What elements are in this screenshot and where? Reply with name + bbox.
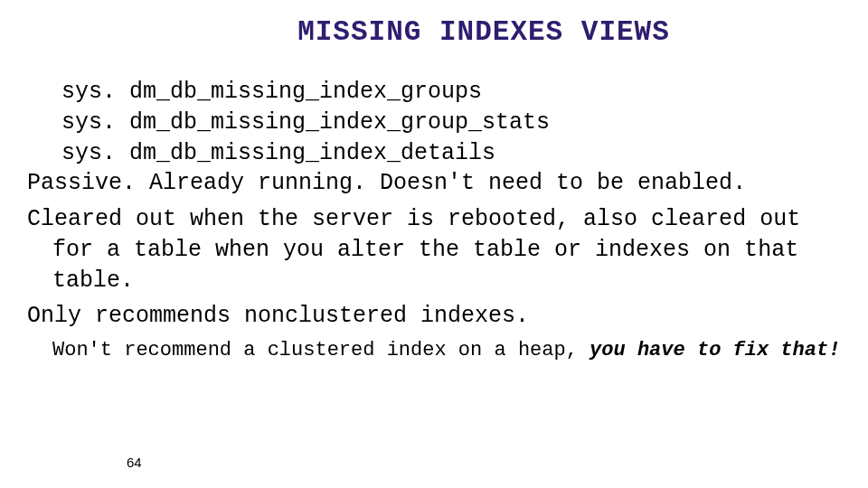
slide-content: sys. dm_db_missing_index_groups sys. dm_… (0, 48, 868, 364)
slide-title: MISSING INDEXES VIEWS (0, 0, 868, 48)
view-name-3: sys. dm_db_missing_index_details (27, 138, 841, 169)
bullet-recommends: Only recommends nonclustered indexes. (27, 301, 841, 332)
view-name-1: sys. dm_db_missing_index_groups (27, 77, 841, 108)
view-name-2: sys. dm_db_missing_index_group_stats (27, 108, 841, 138)
page-number: 64 (127, 455, 142, 470)
bullet-cleared: Cleared out when the server is rebooted,… (27, 204, 841, 296)
sub-bullet-prefix: Won't recommend a clustered index on a h… (52, 339, 590, 361)
sub-bullet-emphasis: you have to fix that! (590, 339, 840, 361)
sub-bullet-clustered: Won't recommend a clustered index on a h… (27, 337, 841, 364)
bullet-passive: Passive. Already running. Doesn't need t… (27, 168, 841, 199)
